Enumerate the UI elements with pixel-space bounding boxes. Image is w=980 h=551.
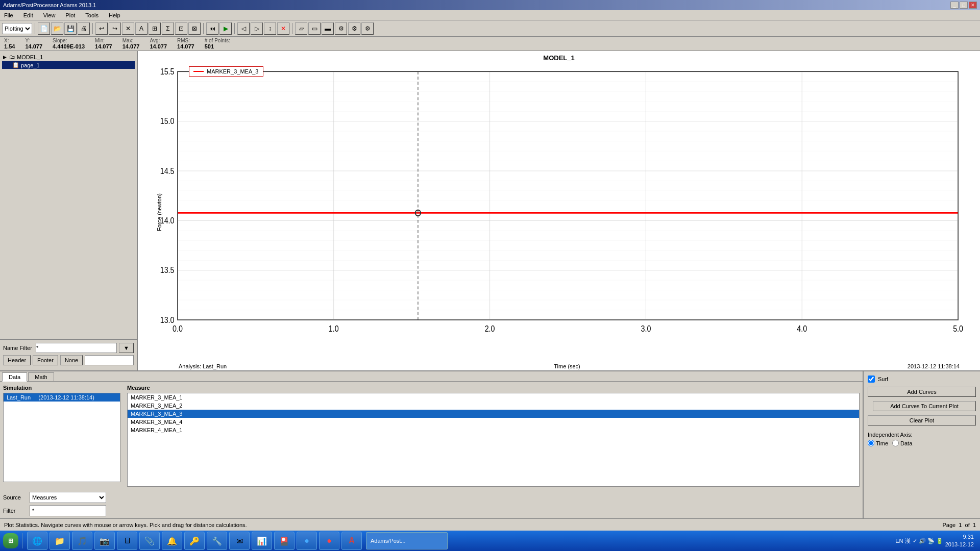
menu-edit[interactable]: Edit xyxy=(21,12,35,19)
data-radio-label[interactable]: Data xyxy=(892,440,912,446)
filter-row: Filter xyxy=(3,505,860,516)
taskbar-app-mon[interactable]: 🖥 xyxy=(117,532,137,550)
menu-file[interactable]: File xyxy=(2,12,15,19)
minimize-button[interactable]: _ xyxy=(950,2,959,9)
data-radio[interactable] xyxy=(892,440,899,446)
tab-math[interactable]: Math xyxy=(28,372,54,381)
header-tab[interactable]: Header xyxy=(3,355,31,365)
taskbar-app-mail[interactable]: ✉ xyxy=(229,532,250,550)
tb9[interactable]: ◁ xyxy=(237,22,250,35)
expand-icon[interactable]: ▶ xyxy=(3,55,8,60)
taskbar-app-explorer[interactable]: 📁 xyxy=(50,532,70,550)
tb14[interactable]: ▭ xyxy=(308,22,321,35)
save-button[interactable]: 💾 xyxy=(64,22,77,35)
prev-button[interactable]: ⏮ xyxy=(206,22,218,35)
close-button[interactable]: ✕ xyxy=(969,2,977,9)
play-button[interactable]: ▶ xyxy=(219,22,232,35)
data-content: Simulation Last_Run (2013-12-12 11:38:14… xyxy=(0,382,863,490)
tb12[interactable]: ✕ xyxy=(277,22,289,35)
tab-data[interactable]: Data xyxy=(2,372,27,382)
active-app-button[interactable]: Adams/Post... xyxy=(366,532,448,549)
menu-view[interactable]: View xyxy=(41,12,58,19)
measure-item-4[interactable]: MARKER_4_MEA_1 xyxy=(128,426,859,434)
chart-area[interactable]: MODEL_1 MARKER_3_MEA_3 13.013.514.014.51… xyxy=(138,51,980,370)
start-button[interactable]: ⊞ xyxy=(3,533,18,548)
surf-checkbox[interactable] xyxy=(868,375,875,383)
taskbar-app-game[interactable]: 🎴 xyxy=(274,532,295,550)
tb17[interactable]: ⚙ xyxy=(348,22,360,35)
mode-dropdown[interactable]: Plotting xyxy=(2,23,32,34)
redo-button[interactable]: ↪ xyxy=(109,22,121,35)
taskbar-app-clip[interactable]: 📎 xyxy=(139,532,160,550)
y-axis-label: Force (newton) xyxy=(156,193,162,231)
source-select[interactable]: Measures Requests Results xyxy=(30,492,106,503)
name-filter-row: Name Filter ▼ xyxy=(3,343,134,353)
taskbar-app-ie[interactable]: 🌐 xyxy=(27,532,47,550)
taskbar-separator xyxy=(22,533,23,548)
tb16[interactable]: ⚙ xyxy=(335,22,347,35)
indep-axis-label: Independent Axis: xyxy=(868,432,976,438)
tb5[interactable]: ⊞ xyxy=(149,22,161,35)
taskbar-app-media[interactable]: 🎵 xyxy=(72,532,92,550)
measure-item-0[interactable]: MARKER_3_MEA_1 xyxy=(128,393,859,402)
taskbar-app-key[interactable]: 🔑 xyxy=(184,532,205,550)
add-curves-to-current-button[interactable]: Add Curves To Current Plot xyxy=(873,401,976,411)
time-radio-label[interactable]: Time xyxy=(868,440,888,446)
name-filter-input[interactable] xyxy=(36,343,117,353)
chart-svg[interactable]: 13.013.514.014.515.015.50.01.02.03.04.05… xyxy=(171,64,965,342)
taskbar-app-chart[interactable]: 📊 xyxy=(252,532,272,550)
tb13[interactable]: ▱ xyxy=(295,22,307,35)
tree-item-model1[interactable]: ▶ 🗂 MODEL_1 xyxy=(2,53,135,61)
filter-input[interactable] xyxy=(30,505,106,516)
tab-content-input[interactable] xyxy=(85,355,134,365)
tb4[interactable]: A xyxy=(135,22,148,35)
tray-clock: 9:31 2013-12-12 xyxy=(945,533,974,549)
clear-plot-button[interactable]: Clear Plot xyxy=(868,415,976,425)
tb15[interactable]: ▬ xyxy=(322,22,334,35)
svg-text:14.5: 14.5 xyxy=(160,166,175,176)
menu-plot[interactable]: Plot xyxy=(63,12,77,19)
taskbar-app-blue[interactable]: ● xyxy=(297,532,317,550)
undo-button[interactable]: ↩ xyxy=(95,22,108,35)
svg-text:0.0: 0.0 xyxy=(173,324,183,333)
maximize-button[interactable]: □ xyxy=(960,2,968,9)
tb11[interactable]: ↕ xyxy=(264,22,276,35)
time-radio[interactable] xyxy=(868,440,874,446)
new-button[interactable]: 📄 xyxy=(38,22,50,35)
name-filter-dropdown[interactable]: ▼ xyxy=(119,343,134,353)
svg-text:15.0: 15.0 xyxy=(160,117,175,126)
taskbar-app-a[interactable]: A xyxy=(341,532,362,550)
measure-item-3[interactable]: MARKER_3_MEA_4 xyxy=(128,418,859,426)
measure-item-1[interactable]: MARKER_3_MEA_2 xyxy=(128,402,859,410)
tree-label-page1: page_1 xyxy=(21,62,40,68)
simulation-list[interactable]: Last_Run (2013-12-12 11:38:14) xyxy=(3,393,120,482)
taskbar-app-red[interactable]: ● xyxy=(319,532,339,550)
taskbar-app-cam[interactable]: 📷 xyxy=(94,532,115,550)
none-tab[interactable]: None xyxy=(60,355,83,365)
measure-section: Measure MARKER_3_MEA_1 MARKER_3_MEA_2 MA… xyxy=(127,385,860,487)
tb18[interactable]: ⚙ xyxy=(361,22,374,35)
clock-date: 2013-12-12 xyxy=(945,541,974,548)
print-button[interactable]: 🖨 xyxy=(78,22,90,35)
tb7[interactable]: ⊡ xyxy=(175,22,187,35)
open-button[interactable]: 📂 xyxy=(51,22,63,35)
active-app-label: Adams/Post... xyxy=(371,538,405,544)
measure-list[interactable]: MARKER_3_MEA_1 MARKER_3_MEA_2 MARKER_3_M… xyxy=(127,393,860,487)
menu-help[interactable]: Help xyxy=(107,12,122,19)
tb10[interactable]: ▷ xyxy=(251,22,263,35)
tb6[interactable]: Σ xyxy=(162,22,174,35)
tree-item-page1[interactable]: 📋 page_1 xyxy=(2,61,135,69)
tb8[interactable]: ⊠ xyxy=(188,22,201,35)
menu-tools[interactable]: Tools xyxy=(83,12,101,19)
tb3[interactable]: ✕ xyxy=(122,22,134,35)
measure-item-2[interactable]: MARKER_3_MEA_3 xyxy=(128,410,859,418)
folder-icon: 🗂 xyxy=(9,54,15,61)
sim-item-lastrun[interactable]: Last_Run (2013-12-12 11:38:14) xyxy=(4,393,120,402)
taskbar-app-tool[interactable]: 🔧 xyxy=(207,532,227,550)
stats-bar: X: 1.54 Y: 14.077 Slope: 4.4409E-013 Min… xyxy=(0,37,980,51)
separator-5 xyxy=(292,23,292,34)
svg-text:13.0: 13.0 xyxy=(160,315,175,324)
taskbar-app-notif[interactable]: 🔔 xyxy=(162,532,182,550)
footer-tab[interactable]: Footer xyxy=(33,355,58,365)
add-curves-button[interactable]: Add Curves xyxy=(868,387,976,397)
